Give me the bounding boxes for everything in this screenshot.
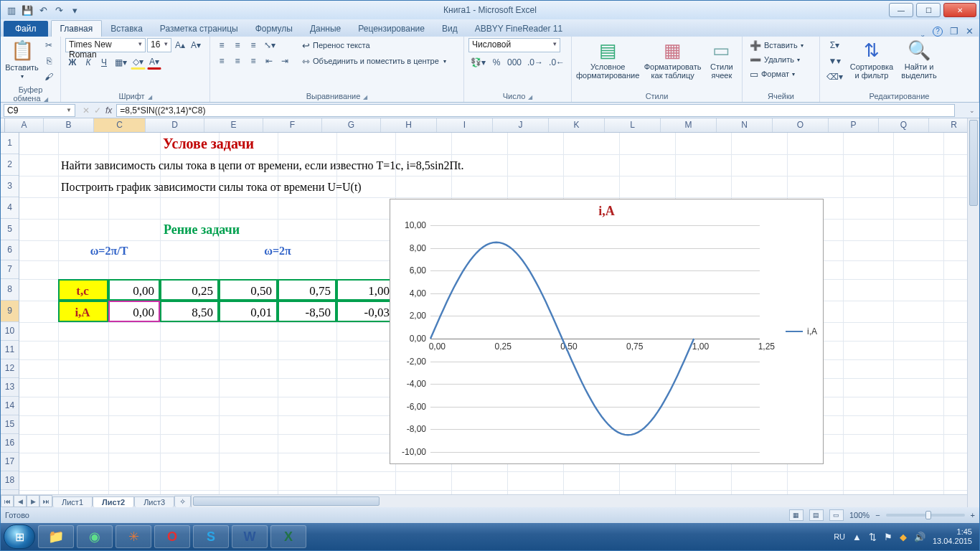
column-header[interactable]: E — [204, 118, 263, 132]
cell[interactable]: 0,75 — [278, 279, 336, 301]
tab-formulas[interactable]: Формулы — [247, 21, 301, 37]
dialog-launcher-icon[interactable]: ◢ — [363, 94, 367, 100]
tray-volume-icon[interactable]: 🔊 — [914, 532, 925, 542]
increase-indent-icon[interactable]: ⇥ — [278, 54, 292, 68]
copy-icon[interactable]: ⎘ — [42, 54, 56, 68]
row-header[interactable]: 1 — [1, 133, 19, 154]
align-middle-icon[interactable]: ≡ — [230, 38, 245, 52]
sheet-tab[interactable]: Лист3 — [134, 496, 174, 507]
font-color-icon[interactable]: A▾ — [147, 55, 161, 70]
clear-icon[interactable]: ⌫▾ — [824, 70, 845, 84]
taskbar-explorer[interactable]: 📁 — [38, 525, 74, 548]
column-header[interactable]: A — [5, 118, 44, 132]
shrink-font-icon[interactable]: A▾ — [189, 38, 203, 52]
vscroll-thumb[interactable] — [969, 120, 978, 206]
dialog-launcher-icon[interactable]: ◢ — [528, 94, 532, 100]
row-header[interactable]: 9 — [1, 301, 19, 322]
taskbar-opera[interactable]: O — [154, 525, 190, 548]
increase-decimal-icon[interactable]: .0→ — [525, 55, 545, 70]
font-size-select[interactable]: 16 — [147, 38, 171, 52]
tab-view[interactable]: Вид — [433, 21, 466, 37]
column-header[interactable]: L — [605, 118, 661, 132]
chart[interactable]: i,A-10,00-8,00-6,00-4,00-2,000,002,004,0… — [390, 199, 824, 464]
cell[interactable]: Построить график зависимости силы тока о… — [58, 176, 560, 197]
cell[interactable]: Найти зависимость силы тока в цепи от вр… — [58, 154, 632, 176]
orientation-icon[interactable]: ⤡▾ — [262, 38, 278, 52]
format-cells-button[interactable]: ▭Формат▾ — [747, 67, 798, 81]
column-header[interactable]: F — [263, 118, 322, 132]
merge-center-button[interactable]: ⇿Объединить и поместить в центре▾ — [299, 54, 449, 68]
taskbar-skype[interactable]: S — [193, 525, 229, 548]
row-header[interactable]: 12 — [1, 359, 19, 378]
cell[interactable]: ω=2π — [219, 240, 336, 260]
hscroll-thumb[interactable] — [193, 496, 380, 506]
column-header[interactable]: Q — [879, 118, 929, 132]
font-name-select[interactable]: Times New Roman — [65, 38, 146, 52]
column-header[interactable]: O — [773, 118, 829, 132]
cell[interactable]: t,c — [58, 279, 108, 301]
autosum-icon[interactable]: Σ▾ — [824, 38, 845, 52]
formula-bar[interactable]: =8,5*SIN((2*3,14)*C8) — [116, 104, 955, 117]
column-header[interactable]: B — [44, 118, 94, 132]
cell[interactable]: -8,50 — [278, 301, 336, 322]
workbook-close-icon[interactable]: ✕ — [966, 26, 974, 37]
delete-cells-button[interactable]: ➖Удалить▾ — [747, 52, 803, 67]
name-box[interactable]: C9▼ — [4, 104, 75, 117]
tab-data[interactable]: Данные — [301, 21, 349, 37]
column-header[interactable]: K — [549, 118, 605, 132]
row-header[interactable]: 5 — [1, 219, 19, 240]
cell[interactable]: ω=2π/T — [58, 240, 160, 260]
format-as-table-button[interactable]: ▦Форматировать как таблицу — [642, 38, 703, 80]
tab-review[interactable]: Рецензирование — [349, 21, 433, 37]
accounting-icon[interactable]: 💱▾ — [468, 55, 488, 70]
column-header[interactable]: N — [717, 118, 773, 132]
zoom-out-icon[interactable]: − — [875, 511, 880, 519]
tab-pagelayout[interactable]: Разметка страницы — [151, 21, 247, 37]
cell[interactable]: 0,50 — [219, 279, 278, 301]
cell-styles-button[interactable]: ▭Стили ячеек — [706, 38, 738, 80]
sheet-nav-prev[interactable]: ◀ — [14, 495, 27, 507]
column-header[interactable]: G — [322, 118, 381, 132]
align-bottom-icon[interactable]: ≡ — [246, 38, 260, 52]
cell[interactable]: 0,25 — [160, 279, 219, 301]
wrap-text-button[interactable]: ↩Перенос текста — [299, 38, 449, 52]
sheet-tab[interactable]: Лист1 — [52, 496, 93, 507]
column-header[interactable]: P — [829, 118, 879, 132]
fill-color-icon[interactable]: ◇▾ — [131, 55, 146, 70]
dialog-launcher-icon[interactable]: ◢ — [148, 94, 152, 100]
conditional-formatting-button[interactable]: ▤Условное форматирование — [576, 38, 639, 80]
row-header[interactable]: 13 — [1, 378, 19, 397]
window-restore-icon[interactable]: ❐ — [950, 26, 958, 37]
sheet-nav-last[interactable]: ⏭ — [39, 495, 52, 507]
row-header[interactable]: 16 — [1, 434, 19, 453]
row-header[interactable]: 14 — [1, 397, 19, 415]
row-header[interactable]: 8 — [1, 279, 19, 301]
find-select-button[interactable]: 🔍Найти и выделить — [898, 38, 940, 80]
vertical-scrollbar[interactable] — [967, 118, 979, 507]
comma-icon[interactable]: 000 — [505, 55, 524, 70]
column-header[interactable]: I — [437, 118, 493, 132]
sheet-nav-first[interactable]: ⏮ — [1, 495, 14, 507]
cell[interactable]: 8,50 — [160, 301, 219, 322]
page-layout-view-icon[interactable]: ▤ — [809, 509, 824, 521]
language-indicator[interactable]: RU — [834, 532, 845, 541]
tray-clock[interactable]: 1:45 13.04.2015 — [933, 527, 972, 545]
align-center-icon[interactable]: ≡ — [230, 54, 245, 68]
underline-button[interactable]: Ч — [97, 55, 111, 70]
row-header[interactable]: 6 — [1, 240, 19, 260]
taskbar-app[interactable]: ✳ — [116, 525, 151, 548]
column-header[interactable]: M — [661, 118, 717, 132]
cancel-formula-icon[interactable]: ✕ — [83, 105, 90, 116]
sort-filter-button[interactable]: ⇅Сортировка и фильтр — [848, 38, 895, 80]
cell[interactable]: 0,01 — [219, 301, 278, 322]
row-header[interactable]: 2 — [1, 154, 19, 176]
row-header[interactable]: 17 — [1, 453, 19, 471]
normal-view-icon[interactable]: ▦ — [789, 509, 804, 521]
cell[interactable]: -0,03 — [336, 301, 395, 322]
tab-home[interactable]: Главная — [51, 20, 103, 37]
column-header[interactable]: C — [94, 118, 146, 132]
horizontal-scrollbar[interactable] — [191, 495, 979, 507]
help-icon[interactable]: ? — [933, 27, 943, 37]
taskbar-word[interactable]: W — [232, 525, 268, 548]
taskbar-app[interactable]: ◉ — [77, 525, 113, 548]
